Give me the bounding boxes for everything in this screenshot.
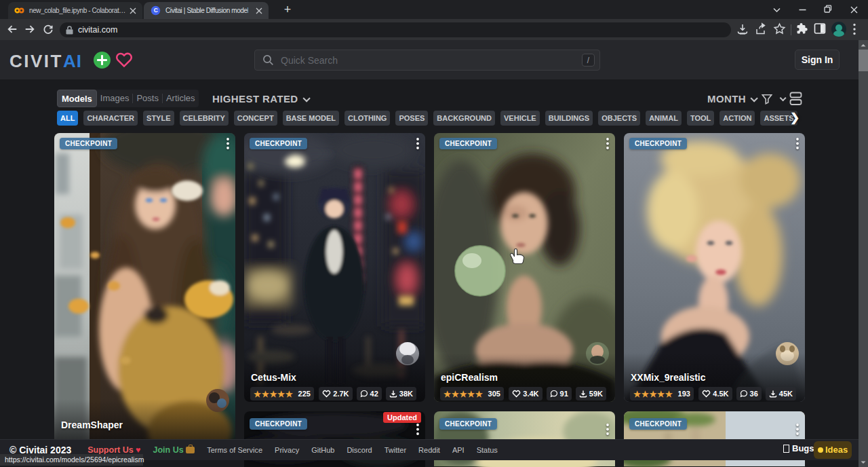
svg-text:C: C: [154, 7, 158, 14]
